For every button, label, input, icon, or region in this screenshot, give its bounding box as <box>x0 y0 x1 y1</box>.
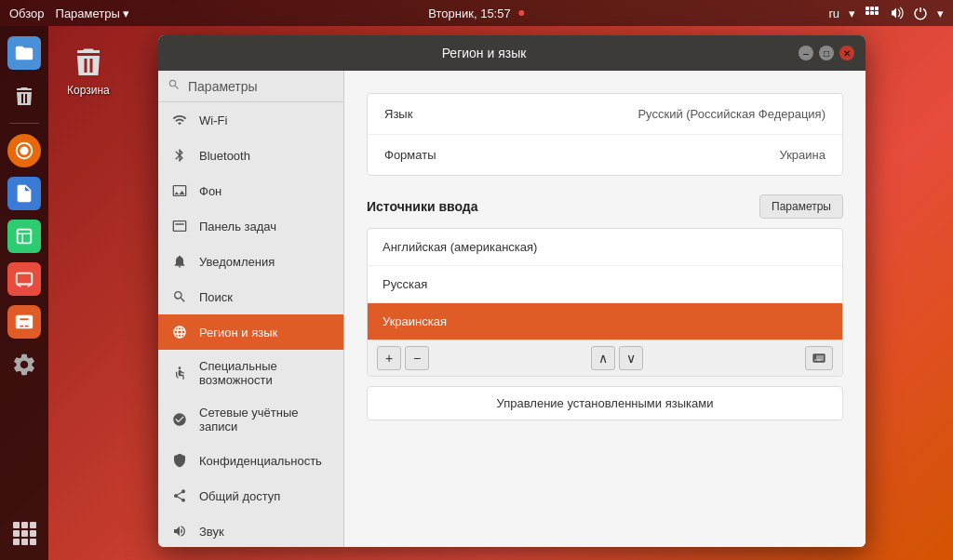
dock-item-system[interactable] <box>5 345 44 384</box>
formats-value: Украина <box>780 148 826 162</box>
window-title: Регион и язык <box>169 46 799 60</box>
sidebar-label-accounts: Сетевые учётные записи <box>199 406 330 433</box>
window-body: Параметры Wi-Fi Bluetooth <box>158 71 866 547</box>
toolbar-right: ∧ ∨ <box>591 346 643 370</box>
trash-icon <box>70 43 107 80</box>
volume-icon[interactable] <box>889 6 904 20</box>
trash-label: Корзина <box>67 84 110 97</box>
list-toolbar: + − ∧ ∨ <box>368 340 842 376</box>
dock: Файлы Корзина <box>0 26 48 560</box>
datetime-label: Вторник, 15:57 <box>428 7 510 20</box>
dock-item-firefox[interactable] <box>5 131 44 170</box>
accessibility-icon <box>171 365 188 381</box>
privacy-icon <box>171 452 188 469</box>
sidebar-item-accessibility[interactable]: Специальные возможности <box>158 350 343 396</box>
taskbar-icon <box>171 218 188 234</box>
sharing-icon <box>171 487 188 504</box>
svg-rect-10 <box>17 273 33 285</box>
formats-label: Форматы <box>384 148 436 162</box>
svg-rect-1 <box>870 7 874 10</box>
svg-rect-4 <box>870 11 874 15</box>
dock-apps-grid[interactable] <box>5 513 44 553</box>
dock-item-calc[interactable] <box>5 217 44 256</box>
input-item-russian[interactable]: Русская <box>368 265 842 302</box>
sidebar-label-privacy: Конфиденциальность <box>199 454 330 468</box>
desktop-icon-trash[interactable]: Корзина <box>63 39 114 100</box>
input-sources-header: Источники ввода Параметры <box>367 194 843 219</box>
svg-rect-5 <box>875 11 879 15</box>
svg-rect-7 <box>18 230 32 244</box>
sidebar-item-sharing[interactable]: Общий доступ <box>158 478 343 513</box>
close-button[interactable]: ✕ <box>839 46 854 60</box>
sidebar-item-search[interactable]: Поиск <box>158 279 343 314</box>
power-icon[interactable] <box>913 6 928 20</box>
sound-icon <box>171 523 188 540</box>
search-icon <box>168 78 181 94</box>
sidebar-item-wifi[interactable]: Wi-Fi <box>158 102 343 138</box>
dock-item-impress[interactable] <box>5 260 44 299</box>
input-sources-title: Источники ввода <box>367 199 478 214</box>
sidebar-label-wifi: Wi-Fi <box>199 113 330 127</box>
language-value: Русский (Российская Федерация) <box>638 107 825 121</box>
sidebar-label-taskbar: Панель задач <box>199 220 330 233</box>
sidebar-item-background[interactable]: Фон <box>158 173 343 208</box>
dock-item-software[interactable] <box>5 302 44 341</box>
input-item-ukrainian[interactable]: Украинская <box>368 302 842 340</box>
sidebar-label-notifications: Уведомления <box>199 255 330 269</box>
wifi-icon <box>171 112 188 128</box>
sidebar-label-search: Поиск <box>199 290 330 304</box>
sidebar-title: Параметры <box>188 79 258 94</box>
sidebar-item-taskbar[interactable]: Панель задач <box>158 208 343 244</box>
params-button[interactable]: Параметры <box>759 194 843 219</box>
accounts-icon <box>171 411 188 428</box>
sidebar-item-accounts[interactable]: Сетевые учётные записи <box>158 396 343 443</box>
svg-point-6 <box>20 146 28 154</box>
search-sidebar-icon <box>171 288 188 305</box>
up-button[interactable]: ∧ <box>591 346 615 370</box>
main-content: Язык Русский (Российская Федерация) Форм… <box>344 71 866 547</box>
language-row: Язык Русский (Российская Федерация) <box>368 94 842 134</box>
add-button[interactable]: + <box>377 346 401 370</box>
language-label: Язык <box>384 107 412 121</box>
sidebar-label-sound: Звук <box>199 525 330 539</box>
overview-label[interactable]: Обзор <box>9 7 45 20</box>
settings-label[interactable]: Параметры ▾ <box>56 7 130 20</box>
maximize-button[interactable]: □ <box>819 46 834 60</box>
network-icon[interactable] <box>865 6 879 20</box>
sidebar-item-region[interactable]: Регион и язык <box>158 314 343 350</box>
dock-item-writer[interactable] <box>5 174 44 213</box>
background-icon <box>171 182 188 199</box>
notification-dot <box>519 10 525 16</box>
svg-rect-0 <box>866 7 869 10</box>
settings-window: Регион и язык – □ ✕ Параметры <box>158 35 866 547</box>
sidebar-label-bluetooth: Bluetooth <box>199 149 330 163</box>
sidebar-item-bluetooth[interactable]: Bluetooth <box>158 138 343 173</box>
sidebar-item-privacy[interactable]: Конфиденциальность <box>158 443 343 478</box>
sidebar-label-background: Фон <box>199 184 330 198</box>
dock-item-trash[interactable]: Корзина <box>5 76 44 115</box>
apps-grid-icon <box>13 522 36 545</box>
manage-languages-button[interactable]: Управление установленными языками <box>367 386 843 420</box>
topbar: Обзор Параметры ▾ Вторник, 15:57 ru ▾ <box>0 0 953 26</box>
sidebar-item-notifications[interactable]: Уведомления <box>158 244 343 279</box>
sidebar-item-sound[interactable]: Звук <box>158 513 343 547</box>
dock-separator-1 <box>9 123 39 124</box>
sidebar-label-region: Регион и язык <box>199 326 330 340</box>
keyboard-button[interactable] <box>805 346 833 370</box>
window-titlebar: Регион и язык – □ ✕ <box>158 35 866 71</box>
svg-rect-3 <box>866 11 869 15</box>
language-indicator[interactable]: ru <box>828 7 839 20</box>
remove-button[interactable]: − <box>405 346 429 370</box>
language-format-card: Язык Русский (Российская Федерация) Форм… <box>367 93 843 176</box>
dock-item-files[interactable]: Файлы <box>5 33 44 73</box>
sidebar-label-sharing: Общий доступ <box>199 489 330 503</box>
region-icon <box>171 324 188 340</box>
settings-sidebar: Параметры Wi-Fi Bluetooth <box>158 71 344 547</box>
svg-point-13 <box>179 367 181 369</box>
bluetooth-icon <box>171 147 188 164</box>
minimize-button[interactable]: – <box>799 46 813 60</box>
svg-rect-2 <box>875 7 879 10</box>
down-button[interactable]: ∨ <box>619 346 643 370</box>
input-item-english[interactable]: Английская (американская) <box>368 229 842 265</box>
window-controls: – □ ✕ <box>799 46 854 60</box>
